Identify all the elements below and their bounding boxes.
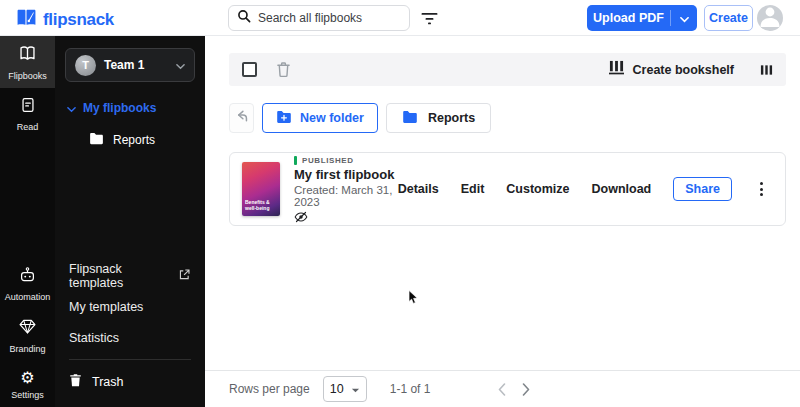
folder-chip-label: Reports [428, 111, 475, 125]
person-icon [757, 5, 783, 31]
folder-icon [89, 132, 104, 148]
bookshelf-view-toggle-icon[interactable] [760, 64, 773, 76]
sidebar-folder-reports[interactable]: Reports [89, 132, 205, 148]
sidebar-item-my-flipbooks[interactable]: My flipbooks [67, 99, 205, 117]
sidebar-item-branding[interactable]: Branding [0, 309, 55, 361]
flipbook-actions: Details Edit Customize Download Share [398, 177, 769, 201]
status-label: PUBLISHED [302, 156, 354, 165]
my-flipbooks-label: My flipbooks [83, 101, 156, 115]
flipbook-cover-title: Benefits & well-being [245, 199, 273, 211]
flipbook-info: PUBLISHED My first flipbook Created: Mar… [294, 156, 398, 223]
main-content: Create bookshelf New folder [205, 36, 800, 407]
visibility-off-icon [294, 211, 398, 223]
trash-icon [69, 373, 82, 390]
flipbook-thumbnail[interactable]: Benefits & well-being [242, 162, 280, 216]
flipsnack-logo-icon [16, 7, 37, 32]
team-name: Team 1 [104, 58, 168, 72]
flipsnack-logo[interactable]: flipsnack [16, 7, 114, 32]
sidebar-item-automation[interactable]: Automation [0, 257, 55, 309]
sidebar-divider [69, 359, 191, 360]
sidebar-item-settings[interactable]: ⚙ Settings [0, 361, 55, 407]
new-folder-label: New folder [300, 111, 364, 125]
settings-gear-icon: ⚙ [20, 369, 34, 386]
nav-rail: Flipbooks Read Automation Branding ⚙ Set… [0, 36, 55, 407]
sidebar-item-label: Settings [11, 390, 44, 400]
upload-pdf-button[interactable]: Upload PDF [587, 11, 670, 25]
top-bar: flipsnack Upload PDF Create [0, 0, 800, 36]
create-bookshelf-button[interactable]: Create bookshelf [608, 60, 734, 79]
edit-link[interactable]: Edit [461, 182, 485, 196]
my-templates-label: My templates [69, 300, 143, 314]
search-box[interactable] [228, 5, 410, 31]
sidebar-item-label: Flipbooks [8, 71, 47, 81]
branding-icon [18, 317, 37, 340]
external-link-icon [178, 268, 191, 284]
trash-label: Trash [92, 375, 124, 389]
customize-link[interactable]: Customize [506, 182, 569, 196]
selection-toolbar: Create bookshelf [229, 53, 786, 86]
rows-per-page-value: 10 [330, 382, 344, 396]
team-selector[interactable]: T Team 1 [65, 48, 195, 82]
sidebar-item-flipsnack-templates[interactable]: Flipsnack templates [55, 260, 205, 291]
details-link[interactable]: Details [398, 182, 439, 196]
filter-icon[interactable] [419, 9, 439, 27]
select-all-checkbox[interactable] [242, 62, 257, 77]
statistics-label: Statistics [69, 331, 119, 345]
sidebar-item-statistics[interactable]: Statistics [55, 322, 205, 353]
sidebar-folder-label: Reports [113, 133, 155, 147]
flipbook-created-date: Created: March 31, 2023 [294, 184, 398, 208]
bookshelf-icon [608, 60, 625, 79]
upload-pdf-dropdown-button[interactable] [671, 9, 697, 27]
automation-icon [18, 265, 37, 288]
sidebar-item-label: Branding [9, 344, 45, 354]
new-folder-button[interactable]: New folder [262, 103, 378, 133]
status-indicator [294, 156, 297, 165]
share-button[interactable]: Share [673, 177, 732, 201]
create-button[interactable]: Create [704, 5, 753, 31]
brand-name: flipsnack [43, 10, 114, 30]
chevron-down-icon [67, 99, 76, 117]
sidebar-item-flipbooks[interactable]: Flipbooks [0, 36, 55, 88]
user-avatar[interactable] [757, 5, 783, 31]
chevron-down-icon [351, 380, 360, 398]
rail-spacer [0, 139, 55, 257]
pagination-range-label: 1-1 of 1 [390, 382, 431, 396]
delete-trash-icon[interactable] [276, 61, 291, 78]
sidebar-item-read[interactable]: Read [0, 88, 55, 139]
more-options-kebab-icon[interactable] [754, 180, 769, 198]
secondary-sidebar: T Team 1 My flipbooks Reports Flipsnack … [55, 36, 205, 407]
folder-chip-reports[interactable]: Reports [386, 103, 491, 133]
read-icon [19, 96, 37, 118]
create-bookshelf-label: Create bookshelf [633, 63, 734, 77]
flipbook-row: Benefits & well-being PUBLISHED My first… [229, 152, 786, 226]
back-arrow-icon [234, 109, 249, 127]
previous-page-icon[interactable] [498, 383, 506, 396]
folder-plus-icon [276, 110, 292, 127]
search-icon [237, 9, 251, 27]
flipsnack-templates-label: Flipsnack templates [69, 262, 178, 290]
next-page-icon[interactable] [522, 383, 530, 396]
pagination-controls [498, 383, 530, 396]
folder-bar: New folder Reports [229, 103, 786, 133]
sidebar-item-trash[interactable]: Trash [55, 366, 205, 397]
flipbooks-icon [18, 44, 37, 67]
rows-per-page-select[interactable]: 10 [323, 376, 367, 402]
upload-pdf-split-button: Upload PDF [587, 5, 697, 31]
back-button[interactable] [229, 103, 254, 133]
sidebar-item-label: Read [17, 122, 39, 132]
status-badge: PUBLISHED [294, 156, 398, 165]
chevron-down-icon [176, 56, 185, 74]
pagination-footer: Rows per page 10 1-1 of 1 [205, 370, 800, 407]
search-input[interactable] [258, 11, 401, 25]
team-avatar: T [75, 55, 96, 76]
rows-per-page-label: Rows per page [229, 382, 310, 396]
folder-icon [402, 110, 418, 127]
sidebar-item-my-templates[interactable]: My templates [55, 291, 205, 322]
download-link[interactable]: Download [592, 182, 652, 196]
sidebar-spacer [55, 148, 205, 260]
chevron-down-icon [680, 9, 689, 27]
sidebar-item-label: Automation [5, 292, 51, 302]
flipbook-title[interactable]: My first flipbook [294, 167, 398, 182]
